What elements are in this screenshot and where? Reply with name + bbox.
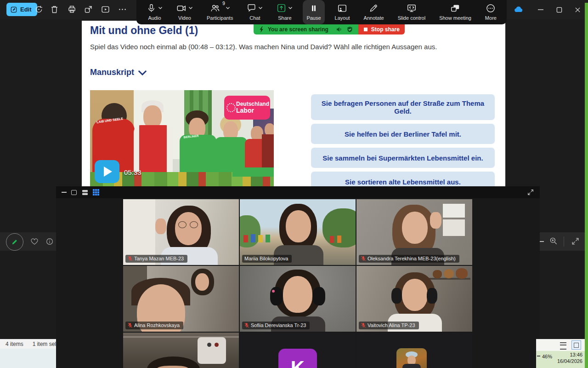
chat-bubble-icon bbox=[247, 3, 256, 13]
screen-share-border bbox=[585, 3, 588, 368]
layout-icon bbox=[337, 3, 347, 13]
speaker-icon bbox=[336, 27, 343, 32]
chat-button[interactable]: Chat bbox=[243, 0, 266, 24]
gallery-minimize-icon[interactable] bbox=[62, 192, 67, 193]
video-button[interactable]: Video bbox=[173, 0, 197, 24]
zoom-percent[interactable]: 46% bbox=[542, 354, 552, 359]
video-feed bbox=[123, 333, 239, 368]
chevron-down-icon[interactable] bbox=[158, 6, 163, 10]
chevron-down-icon bbox=[138, 70, 147, 75]
gallery-titlebar[interactable] bbox=[56, 186, 540, 198]
delete-icon[interactable] bbox=[50, 5, 59, 14]
page-layout-view-icon[interactable] bbox=[571, 340, 581, 350]
stop-share-button[interactable]: Stop share bbox=[358, 24, 405, 34]
slide-control-button[interactable]: Slide control bbox=[394, 0, 430, 24]
mic-icon bbox=[147, 3, 156, 13]
audio-label: Audio bbox=[148, 15, 161, 21]
participants-icon: 9 bbox=[210, 3, 220, 13]
participant-tile-alina-r[interactable]: Alina Rozhkovskaya bbox=[123, 266, 239, 332]
chevron-down-icon[interactable] bbox=[188, 6, 193, 10]
video-label: Video bbox=[178, 15, 191, 21]
pause-share-button[interactable]: Pause bbox=[303, 0, 324, 24]
avatar-letter-k: K bbox=[278, 349, 317, 368]
info-icon[interactable] bbox=[45, 237, 54, 246]
show-meeting-button[interactable]: Show meeting bbox=[435, 0, 475, 24]
slide-control-icon bbox=[407, 3, 417, 13]
annotate-label: Annotate bbox=[364, 15, 384, 21]
participant-tile-mariia-active-speaker[interactable]: Mariia Bilokopytova bbox=[240, 199, 356, 265]
print-icon[interactable] bbox=[67, 5, 77, 14]
chevron-down-icon[interactable] bbox=[288, 6, 293, 10]
shield-check-icon bbox=[347, 26, 353, 33]
rotate-icon[interactable] bbox=[34, 5, 44, 14]
video-gallery-window[interactable]: Tanya Mazan MEB-23 Mariia Bilokopytova bbox=[56, 186, 540, 368]
zoom-in-magnifier-icon[interactable] bbox=[549, 236, 558, 246]
system-clock[interactable]: 13:46 16/04/2026 bbox=[557, 351, 582, 364]
answer-option-2[interactable]: Sie helfen bei der Berliner Tafel mit. bbox=[311, 124, 495, 144]
stop-share-label: Stop share bbox=[371, 26, 400, 33]
normal-view-icon[interactable] bbox=[560, 342, 566, 350]
minimize-window-icon[interactable] bbox=[531, 0, 550, 19]
close-window-icon[interactable] bbox=[568, 0, 587, 19]
participant-name-tag: Mariia Bilokopytova bbox=[242, 255, 292, 263]
sharing-status: You are screen sharing bbox=[254, 24, 358, 34]
chat-label: Chat bbox=[249, 15, 260, 21]
participants-button[interactable]: 9 Participants bbox=[203, 0, 237, 24]
page-title: Mit und ohne Geld (1) bbox=[90, 24, 198, 37]
participant-tile-avatar-k[interactable]: K bbox=[240, 333, 356, 368]
participant-name: Sofiia Derevianska Tr-23 bbox=[251, 322, 306, 328]
more-options-icon[interactable] bbox=[118, 5, 127, 14]
participant-tile-oleksandra[interactable]: Oleksandra Terekhina MEB-23(english) bbox=[356, 199, 472, 265]
answer-option-3[interactable]: Sie sammeln bei Supermärkten Lebensmitte… bbox=[311, 148, 495, 168]
speaker-view-icon[interactable] bbox=[82, 190, 88, 196]
participant-tile-row3-camera[interactable] bbox=[123, 333, 239, 368]
share-screen-icon bbox=[277, 3, 286, 13]
maximize-window-icon[interactable] bbox=[549, 0, 569, 19]
items-count: 4 items bbox=[6, 341, 23, 347]
manuskript-expander[interactable]: Manuskript bbox=[90, 68, 147, 77]
participant-name-tag: Alina Rozhkovskaya bbox=[125, 322, 183, 329]
chevron-down-icon[interactable] bbox=[226, 6, 230, 10]
chevron-down-icon[interactable] bbox=[258, 6, 263, 10]
gallery-expand-icon[interactable] bbox=[527, 189, 534, 196]
answer-option-1[interactable]: Sie befragen Personen auf der Straße zum… bbox=[311, 94, 495, 120]
layout-button[interactable]: Layout bbox=[331, 0, 354, 24]
exercise-video-thumbnail[interactable]: LAIB UND SEELE BERLINER Deutschland bbox=[90, 90, 274, 187]
muted-mic-icon bbox=[244, 322, 249, 328]
edit-pencil-icon bbox=[10, 6, 17, 13]
share-button[interactable]: Share bbox=[273, 0, 296, 24]
share-file-icon[interactable] bbox=[84, 5, 93, 14]
participant-tile-sofiia[interactable]: Sofiia Derevianska Tr-23 bbox=[240, 266, 356, 332]
photo-avatar bbox=[396, 348, 427, 368]
camera-icon bbox=[176, 3, 187, 13]
logo-line2: Labor bbox=[236, 107, 270, 114]
participant-name-tag: Oleksandra Terekhina MEB-23(english) bbox=[359, 255, 459, 263]
photos-zoom-toolbar bbox=[534, 232, 585, 251]
participant-tile-photo-avatar[interactable] bbox=[356, 333, 472, 368]
gallery-view-icon[interactable] bbox=[93, 189, 99, 196]
gear-brain-icon bbox=[226, 103, 236, 112]
audio-button[interactable]: Audio bbox=[143, 0, 166, 24]
zoom-slider-minus-icon[interactable] bbox=[537, 356, 540, 356]
screen: Edit Mit un bbox=[0, 0, 588, 368]
participant-tile-vaitovich[interactable]: Vaitovich Alina TP-23 bbox=[356, 266, 472, 332]
participant-name: Mariia Bilokopytova bbox=[244, 256, 288, 261]
meeting-toolbar: Audio Video 9 Participants bbox=[136, 0, 507, 24]
muted-mic-icon bbox=[128, 322, 132, 328]
play-button[interactable] bbox=[95, 160, 119, 183]
play-icon bbox=[104, 167, 112, 177]
annotate-pencil-button[interactable] bbox=[6, 233, 23, 251]
background-window-edge bbox=[0, 349, 56, 368]
more-button[interactable]: More bbox=[481, 0, 500, 24]
video-file-icon[interactable] bbox=[101, 5, 110, 14]
video-feed bbox=[356, 333, 472, 368]
annotate-button[interactable]: Annotate bbox=[360, 0, 388, 24]
participant-tile-tanya[interactable]: Tanya Mazan MEB-23 bbox=[123, 199, 239, 265]
fullscreen-expand-icon[interactable] bbox=[571, 237, 580, 246]
pause-icon bbox=[309, 3, 318, 13]
favorite-heart-icon[interactable] bbox=[30, 237, 39, 246]
edit-button[interactable]: Edit bbox=[6, 3, 37, 16]
clock-date: 16/04/2026 bbox=[557, 358, 582, 364]
pause-label: Pause bbox=[306, 15, 321, 21]
gallery-restore-icon[interactable] bbox=[71, 190, 77, 195]
